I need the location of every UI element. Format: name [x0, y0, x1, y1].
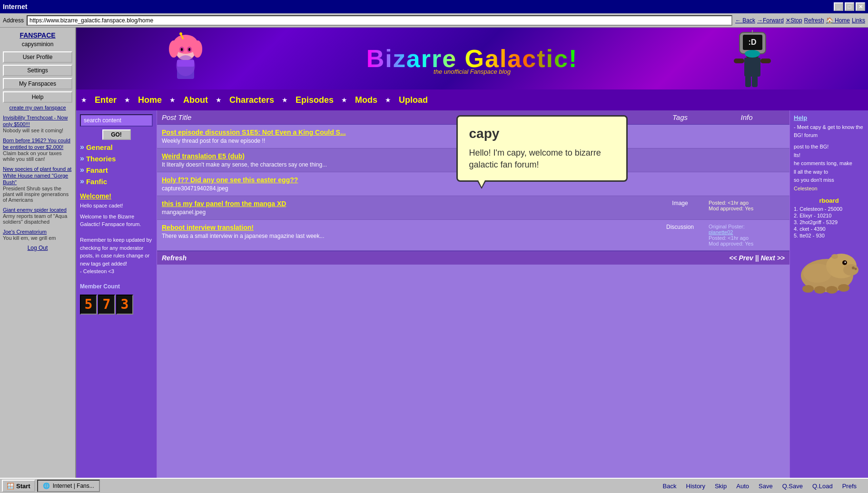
leaderboard-item-2: 3. 2hot2griff - 5329	[794, 219, 864, 225]
welcome-section: Welcome! Hello space cadet! Welcome to t…	[80, 192, 153, 276]
taskbar-save[interactable]: Save	[759, 483, 773, 490]
svg-point-3	[169, 40, 178, 58]
leaderboard-item-4: 5. tte02 - 930	[794, 233, 864, 238]
svg-point-4	[193, 40, 202, 58]
svg-rect-20	[744, 58, 760, 77]
news-text-4: You kill em, we grill em	[3, 235, 72, 241]
welcome-title[interactable]: Welcome!	[80, 192, 153, 200]
svg-point-30	[855, 267, 857, 270]
leaderboard-title: rboard	[794, 197, 864, 204]
maximize-button[interactable]: □	[845, 2, 854, 11]
refresh-button[interactable]: Refresh	[162, 254, 187, 262]
nav-mods[interactable]: Mods	[347, 91, 385, 109]
nav-about[interactable]: About	[176, 91, 216, 109]
start-button[interactable]: 🪟 Start	[2, 480, 35, 492]
leaderboard-item-1: 2. Elixyr - 10210	[794, 213, 864, 218]
news-link-3[interactable]: Giant enemy spider located	[3, 207, 67, 213]
pagination[interactable]: << Prev || Next >>	[729, 254, 785, 262]
forward-button[interactable]: →Forward	[757, 17, 784, 24]
news-link-2[interactable]: New species of plant found at White Hous…	[3, 166, 71, 185]
post-info-poster-3: Posted: <1hr ago Mod approved: Yes	[709, 200, 785, 211]
site-nav: ★ Enter ★ Home ★ About ★ Characters ★ Ep…	[76, 89, 868, 110]
taskbar-qload[interactable]: Q.Load	[812, 483, 833, 490]
news-link-1[interactable]: Born before 1962? You could be entitled …	[3, 138, 70, 150]
search-input[interactable]	[80, 114, 153, 127]
nav-episodes[interactable]: Episodes	[288, 91, 341, 109]
post-preview-2: capture30471940284.jpeg	[162, 185, 651, 192]
home-button[interactable]: 🏠 Home	[826, 17, 850, 24]
minimize-button[interactable]: _	[834, 2, 843, 11]
taskbar-back[interactable]: Back	[663, 483, 677, 490]
col-info-header: Info	[709, 113, 785, 121]
nav-characters[interactable]: Characters	[222, 91, 282, 109]
address-input[interactable]	[27, 15, 732, 26]
leaderboard-item-0: 1. Celesteon - 25000	[794, 206, 864, 212]
refresh-button[interactable]: Refresh	[804, 17, 824, 24]
taskbar-qsave[interactable]: Q.Save	[782, 483, 803, 490]
post-row-3: this is my fav panel from the manga XD m…	[157, 196, 789, 220]
taskbar: 🪟 Start 🌐 Internet | Fans... Back Histor…	[0, 478, 868, 493]
leaderboard-item-3: 4. cket - 4390	[794, 226, 864, 232]
svg-rect-24	[752, 76, 758, 87]
post-info-4: Original Poster: planette02 Posted: <1hr…	[709, 224, 785, 246]
tooltip-popup: capy Hello! I'm capy, welcome to bizarre…	[456, 115, 628, 182]
capybara-image	[794, 242, 860, 295]
svg-text::D: :D	[749, 38, 757, 46]
taskbar-history[interactable]: History	[686, 483, 705, 490]
member-count-label: Member Count	[80, 283, 153, 290]
taskbar-skip[interactable]: Skip	[715, 483, 727, 490]
right-help-title[interactable]: Help	[794, 114, 864, 121]
site-title: Bizarre Galactic! the unofficial Fanspac…	[366, 44, 578, 73]
news-text-2: President Shrub says the plant will insp…	[3, 186, 72, 203]
nav-enter[interactable]: Enter	[87, 91, 124, 109]
tooltip-tail-inner	[478, 180, 485, 187]
svg-point-10	[179, 32, 182, 35]
category-theories[interactable]: » Theories	[80, 154, 153, 163]
welcome-body-text: Welcome to the Bizarre Galactic! Fanspac…	[80, 213, 153, 276]
browser-taskbar-item[interactable]: 🌐 Internet | Fans...	[37, 480, 100, 492]
nav-home[interactable]: Home	[130, 91, 169, 109]
stop-button[interactable]: ✕Stop	[786, 17, 802, 24]
post-tags-4: Discussion	[651, 224, 709, 230]
svg-point-25	[745, 50, 760, 58]
svg-point-34	[802, 285, 814, 293]
post-info-3: Posted: <1hr ago Mod approved: Yes	[709, 200, 785, 211]
svg-point-35	[814, 286, 826, 294]
taskbar-nav: Back History Skip Auto Save Q.Save Q.Loa…	[663, 483, 857, 490]
logout-button[interactable]: Log Out	[3, 245, 72, 251]
news-link-4[interactable]: Joe's Crematorium	[3, 229, 47, 235]
fanspace-title[interactable]: FANSPACE	[3, 31, 72, 39]
post-preview-3: mangapanel.jpeg	[162, 209, 651, 216]
links-button[interactable]: Links	[852, 17, 865, 24]
svg-point-32	[845, 261, 846, 263]
svg-point-33	[831, 254, 838, 259]
post-time-4: Posted: <1hr ago	[709, 235, 785, 241]
create-fanspace-link[interactable]: create my own fanspace	[3, 105, 72, 110]
post-title-4[interactable]: Reboot interview translation!	[162, 224, 651, 231]
svg-point-7	[181, 48, 183, 51]
category-general[interactable]: » General	[80, 143, 153, 151]
welcome-greeting: Hello space cadet!	[80, 202, 153, 210]
post-title-3[interactable]: this is my fav panel from the manga XD	[162, 200, 651, 207]
my-fanspaces-button[interactable]: My Fanspaces	[3, 78, 72, 89]
taskbar-auto[interactable]: Auto	[736, 483, 749, 490]
svg-point-37	[838, 284, 849, 292]
news-link-0[interactable]: Invisibility Trenchcoat - Now only $500!…	[3, 115, 68, 127]
back-button[interactable]: ← Back	[735, 17, 755, 24]
category-fanfic[interactable]: » Fanfic	[80, 177, 153, 186]
go-button[interactable]: GO!	[102, 129, 131, 140]
close-button[interactable]: ✕	[856, 2, 865, 11]
nav-upload[interactable]: Upload	[391, 91, 435, 109]
user-profile-button[interactable]: User Profile	[3, 51, 72, 63]
post-poster-link[interactable]: planette02	[709, 229, 733, 235]
svg-point-36	[826, 286, 838, 294]
svg-point-13	[176, 55, 195, 76]
help-button[interactable]: Help	[3, 91, 72, 103]
start-icon: 🪟	[7, 483, 14, 490]
category-fanart[interactable]: » Fanart	[80, 166, 153, 174]
taskbar-prefs[interactable]: Prefs	[842, 483, 857, 490]
settings-button[interactable]: Settings	[3, 65, 72, 76]
tooltip-text: Hello! I'm capy, welcome to bizarre gala…	[469, 147, 615, 171]
forum-footer: Refresh << Prev || Next >>	[157, 251, 789, 265]
digit-1: 7	[98, 295, 115, 315]
